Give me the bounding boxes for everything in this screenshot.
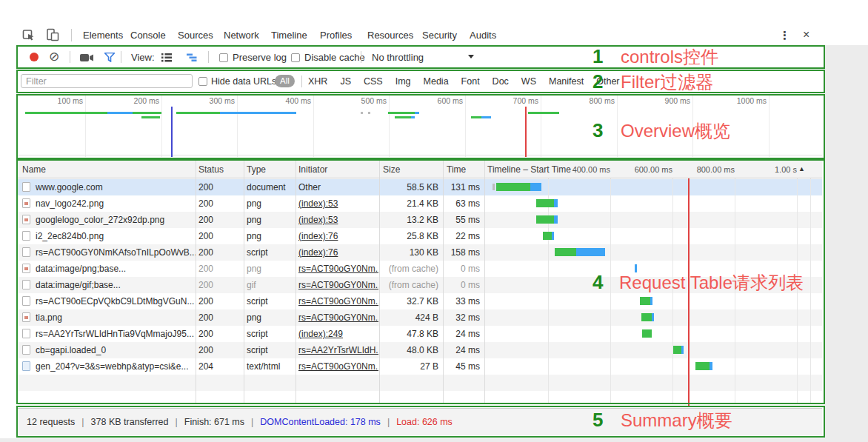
close-icon[interactable]: × [803,28,809,41]
overview-gridline [465,95,466,157]
overview-ruler-label: 600 ms [418,96,463,105]
annotation-label-table: Request Table请求列表 [619,272,804,293]
view-list-icon[interactable] [161,53,172,62]
table-row[interactable]: i2_2ec824b0.png200png(index):7625.8 KB22… [18,228,822,244]
request-status: 200 [198,312,243,323]
tab-timeline[interactable]: Timeline [271,30,307,41]
filter-type-manifest[interactable]: Manifest [549,76,584,87]
column-divider[interactable] [296,161,296,404]
desktop-background-bottom [0,438,868,442]
annotation-label-summary: Summary概要 [621,410,732,431]
filter-input[interactable] [21,74,193,88]
overview-ruler-label: 200 ms [115,96,159,105]
filter-type-doc[interactable]: Doc [493,76,509,87]
overview-request-bar [411,116,415,118]
sort-ascending-icon[interactable]: ▲ [798,165,805,173]
filter-type-media[interactable]: Media [424,76,449,87]
tab-network[interactable]: Network [224,30,259,47]
tab-sources[interactable]: Sources [178,30,213,41]
tab-console[interactable]: Console [130,30,166,41]
throttling-dropdown-arrow-icon[interactable] [468,55,474,58]
overview-request-bar [107,112,133,114]
col-header-status[interactable]: Status [198,164,224,175]
table-row[interactable]: rs=ACT90oECpVQkbC9LDtMbgVGuN...200script… [18,293,822,309]
inspect-element-icon[interactable] [22,28,36,41]
tab-resources[interactable]: Resources [367,30,413,41]
table-row[interactable]: nav_logo242.png200png(index):5321.4 KB63… [18,195,822,212]
screenshot-camera-icon[interactable] [80,53,94,62]
col-header-time[interactable]: Time [447,164,466,175]
device-toolbar-icon[interactable] [46,28,59,41]
filter-type-js[interactable]: JS [340,76,351,87]
waterfall-gridline [610,178,611,404]
filter-type-img[interactable]: Img [395,76,411,87]
view-waterfall-icon[interactable] [187,53,198,62]
waterfall-bar [681,346,684,354]
clear-icon[interactable]: ⊘ [49,49,59,64]
timeline-tick-label: 800.00 ms [681,165,735,174]
filter-all-pill[interactable]: All [275,75,295,87]
summary-load: Load: 626 ms [396,417,453,427]
annotation-label-overview: Overview概览 [621,121,730,141]
tab-profiles[interactable]: Profiles [320,30,352,41]
table-row[interactable]: www.google.com200documentOther58.5 KB131… [18,179,822,195]
preserve-log-checkbox[interactable] [219,53,228,62]
overview-request-bar [25,112,107,114]
col-header-size[interactable]: Size [383,164,400,175]
annotation-number-3: 3 [592,120,603,141]
filter-type-ws[interactable]: WS [521,76,536,87]
table-row[interactable]: cb=gapi.loaded_0200scriptrs=AA2YrTsrWLId… [18,342,822,358]
col-header-initiator[interactable]: Initiator [298,164,327,175]
file-type-icon [22,361,30,371]
col-header-name[interactable]: Name [22,164,46,175]
table-header[interactable]: Name Status Type Initiator Size Time Tim… [18,161,822,178]
table-row[interactable]: gen_204?v=3&s=webhp&atyp=csi&e...204text… [18,358,822,375]
filter-funnel-icon[interactable] [104,53,115,62]
disable-cache-checkbox[interactable] [291,53,300,62]
column-divider[interactable] [379,161,380,404]
request-type: png [247,264,296,274]
waterfall-bar [673,346,681,354]
request-name: data:image/png;base... [36,264,196,274]
overview-request-bar [528,112,559,114]
overflow-menu-icon[interactable]: ⋮ [779,29,790,42]
throttling-select[interactable]: No throttling [372,52,424,63]
table-row[interactable]: googlelogo_color_272x92dp.png200png(inde… [18,212,822,228]
tab-security[interactable]: Security [422,30,457,41]
annotation-number-1: 1 [592,46,603,67]
column-divider[interactable] [443,161,444,404]
view-label: View: [131,52,155,63]
filter-type-css[interactable]: CSS [364,76,383,87]
column-divider[interactable] [484,161,485,404]
table-row-empty [18,391,822,404]
filter-type-font[interactable]: Font [461,76,480,87]
column-divider[interactable] [196,161,196,404]
request-time: 24 ms [418,329,480,339]
request-time: 45 ms [418,361,480,372]
col-header-type[interactable]: Type [247,164,266,175]
file-type-icon [22,280,30,289]
overview-request-bar [415,112,419,114]
column-divider[interactable] [244,161,244,404]
overview-request-bar [388,112,415,114]
overview-ruler-label: 900 ms [646,96,690,105]
record-button[interactable] [30,53,39,61]
overview-gridline [389,95,390,157]
request-type: gif [247,280,296,290]
devtools-window: ElementsConsoleSourcesNetworkTimelinePro… [0,0,868,442]
waterfall-bar [635,264,637,272]
tab-elements[interactable]: Elements [83,30,123,41]
request-name: googlelogo_color_272x92dp.png [36,215,196,225]
request-name: rs=ACT90oGY0NmKAfsoTnILpOoWvB... [36,247,196,258]
filter-type-xhr[interactable]: XHR [308,76,327,87]
table-row[interactable]: tia.png200pngrs=ACT90oGY0Nm...424 B32 ms [18,309,822,326]
tab-audits[interactable]: Audits [470,30,496,41]
file-type-icon [22,231,30,241]
file-type-icon [22,329,30,338]
overview-baseline [18,155,822,155]
table-row[interactable]: rs=ACT90oGY0NmKAfsoTnILpOoWvB...200scrip… [18,244,822,261]
hide-data-urls-checkbox[interactable] [198,77,207,86]
request-status: 200 [198,215,243,225]
disable-cache-label: Disable cache [304,52,365,63]
table-row[interactable]: rs=AA2YrTsrWLIdHnTia9VqMmajoJ95...200scr… [18,326,822,342]
